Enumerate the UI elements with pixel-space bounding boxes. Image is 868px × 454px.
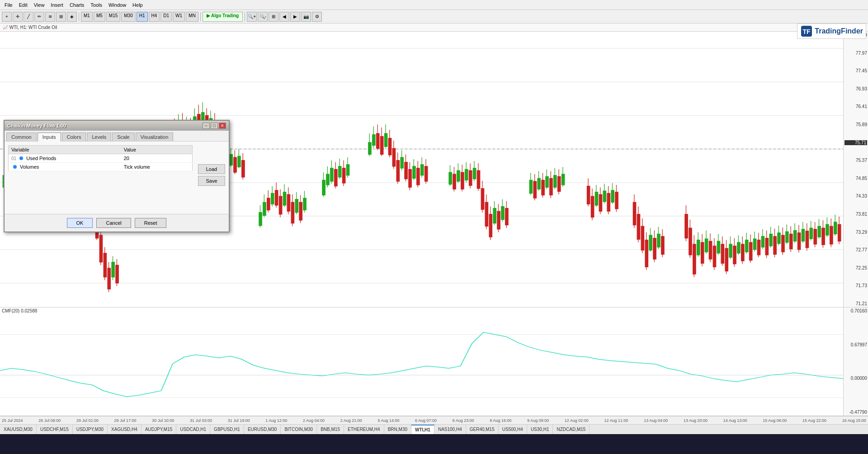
chart-icon: 📈 xyxy=(3,25,8,30)
tab-us500-h4[interactable]: US500,H4 xyxy=(499,425,527,434)
template-btn[interactable]: ⊞ xyxy=(56,12,66,22)
tab-nzdcad-m15[interactable]: NZDCAD,M15 xyxy=(553,425,590,434)
cmf-area[interactable]: CMF(20) 0.02588 0.70160 0.67997 0.00000 … xyxy=(0,307,868,416)
tf-m5[interactable]: M5 xyxy=(94,12,105,22)
price-level-3: 77.45 xyxy=(844,68,867,73)
svg-rect-127 xyxy=(242,161,245,177)
dialog-minimize-btn[interactable]: − xyxy=(203,123,210,129)
tab-nas100-h4[interactable]: NAS100,H4 xyxy=(434,425,466,434)
svg-rect-207 xyxy=(469,170,472,185)
menu-item-insert[interactable]: Insert xyxy=(48,1,66,9)
logo-icon: TF xyxy=(800,25,813,38)
price-level-14: 71.73 xyxy=(844,283,867,288)
ok-button[interactable]: OK xyxy=(67,218,93,228)
algo-trading-btn[interactable]: ▶ Algo Trading xyxy=(203,12,243,22)
tab-bitcoin-m30[interactable]: BITCOIN,M30 xyxy=(281,425,317,434)
logo-text: TradingFinder xyxy=(815,27,863,35)
crosshair-btn[interactable]: ✛ xyxy=(13,12,23,22)
price-level-5: 76.41 xyxy=(844,104,867,109)
screenshot-btn[interactable]: 📷 xyxy=(301,12,311,22)
tab-xauusd-m30[interactable]: XAUUSD,M30 xyxy=(0,425,37,434)
table-row[interactable]: Volumes Tick volume xyxy=(9,163,193,171)
tab-brn-m30[interactable]: BRN,M30 xyxy=(384,425,411,434)
price-level-12: 72.77 xyxy=(844,247,867,252)
toolbar: + ✛ ╱ ✏ ≋ ⊞ ◈ M1 M5 M15 M30 H1 H4 D1 W1 … xyxy=(0,10,868,24)
menu-item-window[interactable]: Window xyxy=(106,1,129,9)
tab-ethereum-h4[interactable]: ETHEREUM,H4 xyxy=(344,425,384,434)
dialog-titlebar[interactable]: Chaikin Money Flow 1.00 − □ ✕ xyxy=(5,121,229,131)
tab-usdjpy-m30[interactable]: USDJPY,M30 xyxy=(73,425,108,434)
tf-w1[interactable]: W1 xyxy=(173,12,185,22)
price-level-7: 75.37 xyxy=(844,158,867,163)
load-button[interactable]: Load xyxy=(198,164,225,174)
cmf-scale: 0.70160 0.67997 0.00000 -0.47790 xyxy=(843,307,868,416)
tab-us30-h1[interactable]: US30,H1 xyxy=(527,425,553,434)
tf-h1[interactable]: H1 xyxy=(137,12,148,22)
menu-item-file[interactable]: File xyxy=(2,1,15,9)
dialog-tab-common[interactable]: Common xyxy=(6,132,37,141)
dialog-tabs: Common Inputs Colors Levels Scale Visual… xyxy=(5,131,229,142)
zoom-in-btn[interactable]: 🔍+ xyxy=(247,12,257,22)
save-button[interactable]: Save xyxy=(198,176,225,186)
tab-gbpusd-h1[interactable]: GBPUSD,H1 xyxy=(210,425,244,434)
price-level-10: 73.81 xyxy=(844,212,867,217)
menu-bar: File Edit View Insert Charts Tools Windo… xyxy=(0,0,868,10)
row2-variable-name: Volumes xyxy=(20,164,39,170)
price-level-11: 73.29 xyxy=(844,230,867,235)
row1-variable: 01 Used Periods xyxy=(9,154,121,163)
price-scale: 78.49 77.97 77.45 76.93 76.41 75.89 75.7… xyxy=(843,32,868,307)
reset-button[interactable]: Reset xyxy=(135,218,167,228)
menu-item-edit[interactable]: Edit xyxy=(16,1,30,9)
menu-item-view[interactable]: View xyxy=(31,1,47,9)
tf-mn[interactable]: MN xyxy=(186,12,198,22)
draw-btn[interactable]: ✏ xyxy=(34,12,44,22)
separator-1 xyxy=(79,12,79,21)
tab-usdchf-m15[interactable]: USDCHF,M15 xyxy=(37,425,73,434)
tab-wti-h1[interactable]: WTI,H1 xyxy=(411,425,434,434)
obj-btn[interactable]: ◈ xyxy=(67,12,77,22)
separator-2 xyxy=(200,12,201,21)
price-level-13: 72.25 xyxy=(844,265,867,270)
menu-item-help[interactable]: Help xyxy=(130,1,146,9)
dialog-tab-colors[interactable]: Colors xyxy=(62,132,86,141)
row1-value[interactable]: 20 xyxy=(121,154,193,163)
dialog-close-btn[interactable]: ✕ xyxy=(219,123,226,129)
new-chart-btn[interactable]: + xyxy=(2,12,12,22)
dialog-tab-scale[interactable]: Scale xyxy=(112,132,135,141)
menu-item-tools[interactable]: Tools xyxy=(88,1,105,9)
dialog-bottom-buttons: OK Cancel Reset xyxy=(5,214,229,232)
tf-h4[interactable]: H4 xyxy=(149,12,160,22)
separator-3 xyxy=(245,12,245,21)
tf-m30[interactable]: M30 xyxy=(121,12,135,22)
scroll-right-btn[interactable]: ▶ xyxy=(290,12,300,22)
price-level-9: 74.33 xyxy=(844,194,867,199)
dialog-tab-levels[interactable]: Levels xyxy=(87,132,111,141)
dialog[interactable]: Chaikin Money Flow 1.00 − □ ✕ Common Inp… xyxy=(4,120,230,232)
tab-eurusd-m30[interactable]: EURUSD,M30 xyxy=(244,425,281,434)
tab-xagusd-h4[interactable]: XAGUSD,H4 xyxy=(108,425,142,434)
row2-value[interactable]: Tick volume xyxy=(121,163,193,171)
tf-m1[interactable]: M1 xyxy=(81,12,93,22)
scroll-left-btn[interactable]: ◀ xyxy=(279,12,289,22)
tab-audjpy-m15[interactable]: AUDJPY,M15 xyxy=(142,425,176,434)
price-level-2: 77.97 xyxy=(844,51,867,56)
tf-m15[interactable]: M15 xyxy=(106,12,120,22)
tab-bnb-m15[interactable]: BNB,M15 xyxy=(317,425,344,434)
cmf-level-2: 0.67997 xyxy=(844,342,867,347)
grid-btn[interactable]: ⊞ xyxy=(269,12,278,22)
zoom-out-btn[interactable]: 🔍- xyxy=(258,12,268,22)
table-row[interactable]: 01 Used Periods 20 xyxy=(9,154,193,163)
tab-usdcad-h1[interactable]: USDCAD,H1 xyxy=(176,425,210,434)
indicator-btn[interactable]: ≋ xyxy=(45,12,55,22)
dialog-tab-inputs[interactable]: Inputs xyxy=(38,132,61,142)
svg-rect-141 xyxy=(283,192,286,205)
line-btn[interactable]: ╱ xyxy=(24,12,33,22)
tab-ger40-m15[interactable]: GER40,M15 xyxy=(466,425,499,434)
cancel-button[interactable]: Cancel xyxy=(96,218,131,228)
dialog-tab-visualization[interactable]: Visualization xyxy=(136,132,174,141)
settings-btn[interactable]: ⚙ xyxy=(312,12,322,22)
dialog-maximize-btn[interactable]: □ xyxy=(211,123,218,129)
timeline-labels: 25 Jul 2024 26 Jul 08:00 29 Jul 01:00 29… xyxy=(2,418,866,423)
menu-item-charts[interactable]: Charts xyxy=(67,1,87,9)
tf-d1[interactable]: D1 xyxy=(160,12,172,22)
